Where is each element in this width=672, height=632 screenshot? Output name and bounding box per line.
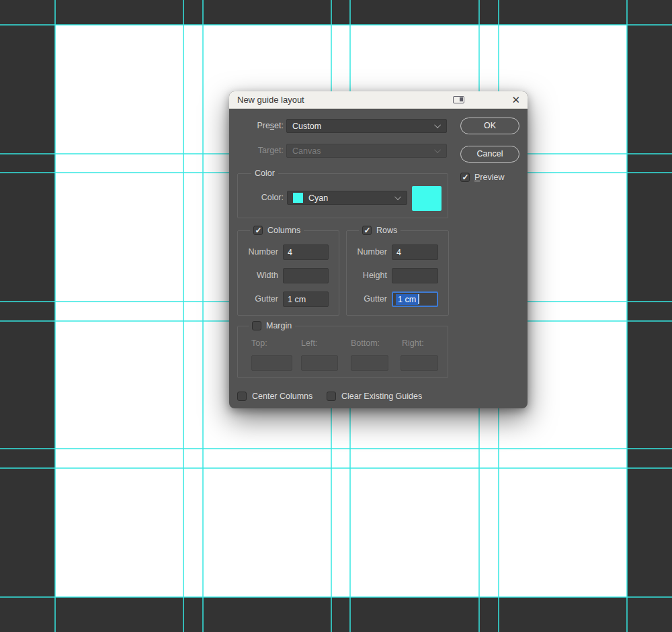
- preset-dropdown[interactable]: Custom: [286, 119, 447, 133]
- target-dropdown: Canvas: [286, 144, 447, 158]
- text-caret: [418, 294, 419, 304]
- margin-top-label: Top:: [251, 336, 267, 351]
- columns-number-label: Number: [239, 244, 278, 260]
- cyan-swatch-icon: [293, 193, 303, 203]
- horizontal-guide[interactable]: [0, 24, 672, 26]
- vertical-guide[interactable]: [626, 0, 628, 632]
- color-label: Color:: [239, 191, 284, 205]
- columns-checkbox[interactable]: [253, 226, 263, 235]
- columns-group: Columns Number Width Gutter: [237, 230, 339, 316]
- horizontal-guide[interactable]: [0, 596, 672, 598]
- margin-legend: Margin: [266, 321, 292, 330]
- target-value: Canvas: [292, 146, 321, 156]
- columns-number-input[interactable]: [283, 244, 329, 260]
- columns-legend: Columns: [267, 226, 300, 235]
- chevron-down-icon: [434, 146, 441, 153]
- ok-button[interactable]: OK: [460, 118, 519, 134]
- guide-color-value: Cyan: [308, 193, 328, 203]
- margin-group: Margin Top: Left: Bottom: Right:: [237, 326, 448, 378]
- rows-height-input[interactable]: [392, 268, 438, 283]
- rows-gutter-input[interactable]: 1 cm: [392, 291, 438, 307]
- rows-height-label: Height: [348, 268, 387, 283]
- columns-width-label: Width: [239, 268, 278, 283]
- preset-value: Custom: [292, 122, 321, 131]
- vertical-guide[interactable]: [54, 0, 56, 632]
- columns-gutter-input[interactable]: [283, 291, 329, 307]
- vertical-guide[interactable]: [183, 0, 184, 632]
- chevron-down-icon: [434, 122, 441, 128]
- margin-top-input: [251, 355, 292, 371]
- dialog-title: New guide layout: [237, 95, 304, 105]
- margin-left-input: [301, 355, 338, 371]
- rows-group: Rows Number Height Gutter 1 cm: [346, 230, 449, 316]
- center-columns-checkbox[interactable]: [237, 392, 247, 401]
- rows-checkbox[interactable]: [362, 226, 372, 235]
- color-group: Color Color: Cyan: [237, 173, 448, 218]
- rows-number-label: Number: [348, 244, 387, 260]
- horizontal-guide[interactable]: [0, 467, 672, 469]
- dialog-titlebar[interactable]: New guide layout ✕: [229, 91, 528, 109]
- selected-text: 1 cm: [396, 294, 418, 305]
- columns-width-input[interactable]: [283, 268, 329, 283]
- margin-bottom-input: [351, 355, 388, 371]
- close-icon[interactable]: ✕: [511, 93, 520, 107]
- cancel-button[interactable]: Cancel: [460, 146, 519, 163]
- clear-existing-guides-label: Clear Existing Guides: [341, 392, 422, 402]
- horizontal-guide[interactable]: [0, 448, 672, 449]
- chevron-down-icon: [394, 193, 401, 200]
- center-columns-label: Center Columns: [252, 392, 312, 402]
- target-label: Target:: [233, 144, 284, 158]
- clear-existing-guides-checkbox[interactable]: [327, 392, 336, 401]
- margin-right-input: [401, 355, 438, 371]
- photoshop-canvas-area: New guide layout ✕ Preset: Custom OK Tar…: [0, 0, 672, 632]
- dialog-body: Preset: Custom OK Target: Canvas Cancel …: [229, 109, 528, 408]
- new-guide-layout-dialog: New guide layout ✕ Preset: Custom OK Tar…: [229, 91, 528, 408]
- guide-color-dropdown[interactable]: Cyan: [287, 191, 407, 205]
- margin-bottom-label: Bottom:: [351, 336, 380, 351]
- dialog-window-icon: [453, 96, 464, 103]
- rows-legend: Rows: [376, 226, 397, 235]
- margin-checkbox[interactable]: [252, 321, 261, 330]
- vertical-guide[interactable]: [202, 0, 204, 632]
- columns-gutter-label: Gutter: [239, 291, 278, 307]
- preview-checkbox[interactable]: [460, 173, 470, 182]
- color-group-legend: Color: [251, 169, 278, 178]
- color-preview-swatch[interactable]: [412, 186, 442, 211]
- preview-label: Preview: [474, 173, 504, 183]
- margin-right-label: Right:: [402, 336, 424, 351]
- rows-number-input[interactable]: [392, 244, 438, 260]
- margin-left-label: Left:: [301, 336, 317, 351]
- preset-label: Preset:: [233, 119, 284, 133]
- rows-gutter-label: Gutter: [348, 291, 387, 307]
